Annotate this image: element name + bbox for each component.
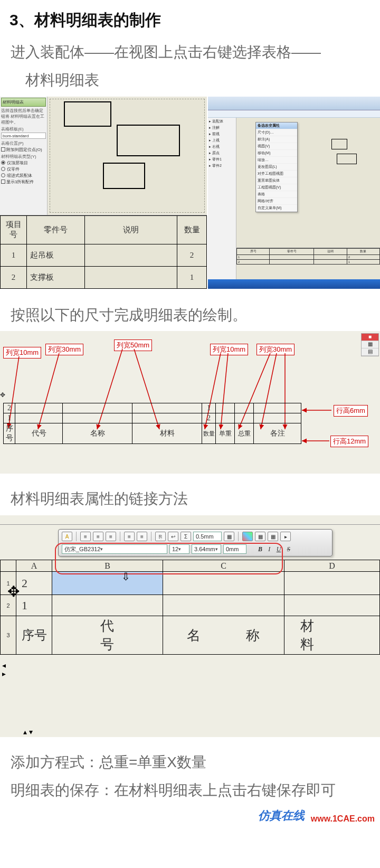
bom-cell-pn: 起吊板 — [27, 244, 85, 266]
ctx-item[interactable]: 尺寸(D)… — [256, 129, 297, 136]
tool-icon[interactable]: ▦ — [362, 341, 378, 348]
cell-b3[interactable]: 代 号 — [52, 616, 163, 655]
radio-toplevel[interactable]: 仅顶层项目 — [1, 160, 46, 166]
move-cursor-icon[interactable]: ✥ — [7, 583, 20, 600]
ctx-item[interactable]: 工程图视图(V) — [256, 184, 297, 191]
hdr-name: 名称 — [63, 423, 132, 444]
bold-button[interactable]: B — [258, 545, 262, 553]
ctx-item[interactable]: 标注(A) — [256, 136, 297, 143]
ctx-item[interactable]: 缩放… — [256, 157, 297, 164]
context-menu[interactable]: 备选改变属性 尺寸(D)… 标注(A) 视图(V) 移动(M) 缩放… 更改图层… — [255, 122, 298, 212]
cell-qty: 1 — [202, 403, 216, 413]
align-right-icon[interactable]: ≡ — [106, 532, 116, 541]
ctx-item[interactable]: 视图(V) — [256, 143, 297, 150]
pm-title: 材料明细表 — [1, 98, 46, 107]
hdr-uw: 单重 — [216, 423, 235, 444]
bom-table: 项目号 零件号 说明 数量 1 起吊板 2 2 支撑板 1 — [0, 215, 207, 289]
valign-top-icon[interactable]: ≡ — [124, 532, 135, 541]
mini-h: 数量 — [347, 248, 379, 254]
cell-b1[interactable] — [52, 572, 163, 595]
ctx-item[interactable]: 表格 — [256, 191, 297, 198]
text-icon[interactable]: A — [62, 532, 72, 541]
radio-partsonly[interactable]: 仅零件 — [1, 166, 46, 172]
formula-icon[interactable]: Σ — [180, 532, 191, 541]
radio-toplevel-label: 仅顶层项目 — [7, 160, 28, 166]
table-format-toolbar[interactable]: A ≡ ≡ ≡ ≡ ≡ ⎘ ↩ Σ 0.5mm ▦ ▦ ▦ ▸ 仿宋_GB231… — [58, 529, 332, 556]
windows-taskbar — [208, 279, 380, 289]
cell-c3[interactable]: 名 称 — [163, 616, 284, 655]
bom-cell-desc — [85, 266, 177, 288]
drawing-canvas-right[interactable]: 备选改变属性 尺寸(D)… 标注(A) 视图(V) 移动(M) 缩放… 更改图层… — [236, 118, 380, 282]
table-icon[interactable]: ▦ — [268, 532, 278, 541]
label-w30: 列宽30mm — [45, 344, 83, 355]
collapse-left-icon[interactable]: ◂▸ — [2, 661, 6, 678]
edit-bom-grid[interactable]: A B C D 1 2 2 1 3 序号 代 号 名 称 材 料 — [0, 560, 380, 655]
tool-icon[interactable]: ▤ — [362, 348, 378, 356]
bom-cell-no: 1 — [1, 244, 27, 266]
ctx-item[interactable]: 重置草图实体 — [256, 177, 297, 184]
ctx-item[interactable]: 自定义菜单(M) — [256, 205, 297, 212]
cell-a3[interactable]: 序号 — [16, 616, 52, 655]
strike-button[interactable]: S — [287, 545, 290, 553]
wrap-icon[interactable]: ↩ — [168, 532, 178, 541]
cell-a2[interactable]: 1 — [16, 595, 52, 616]
position-checkbox[interactable]: 附加到固定位点(O) — [1, 147, 46, 153]
col-d[interactable]: D — [284, 560, 380, 572]
italic-button[interactable]: I — [268, 545, 270, 553]
move-handle-icon[interactable]: ✥ — [0, 391, 5, 399]
type-label: 材料明细表类型(Y) — [1, 154, 46, 159]
more-icon[interactable]: ▸ — [280, 532, 291, 541]
hdr-mat: 材料 — [132, 423, 202, 444]
mini-h: 序号 — [237, 248, 270, 254]
align-center-icon[interactable]: ≡ — [93, 532, 103, 541]
valign-bottom-icon[interactable]: ≡ — [137, 532, 147, 541]
stop-icon[interactable]: ■ — [362, 334, 378, 341]
ctx-item[interactable]: 对齐工程图视图 — [256, 171, 297, 177]
cell-b2[interactable] — [52, 595, 163, 616]
mini-bom: 序号 零件号 说明 数量 12 21 — [236, 248, 380, 272]
ctx-item[interactable]: 移动(M) — [256, 150, 297, 157]
row-height-select[interactable]: 3.64mm — [192, 544, 221, 554]
gap-input[interactable]: 0.5mm — [193, 532, 222, 541]
grid-toggle-icon[interactable]: ▦ — [224, 532, 234, 541]
palette-icon[interactable] — [242, 532, 253, 541]
collapse-bottom-icon[interactable]: ▴ ▾ — [23, 728, 33, 736]
label-h6: 行高6mm — [334, 405, 368, 417]
label-h12: 行高12mm — [330, 436, 368, 447]
ctx-item[interactable]: 网格/对齐 — [256, 198, 297, 205]
radio-indented[interactable]: 缩进式装配体 — [1, 173, 46, 178]
cell-c2[interactable] — [163, 595, 284, 616]
figure-2: 列宽10mm 列宽30mm 列宽50mm 列宽10mm 列宽30mm 行高6mm… — [0, 331, 380, 474]
label-w10: 列宽10mm — [3, 347, 41, 358]
ctx-item[interactable]: 更改图层(L) — [256, 164, 297, 171]
font-size-select[interactable]: 12 — [169, 544, 189, 554]
feature-tree[interactable]: ▸ 装配体▸ 注解▸ 前视▸ 上视▸ 右视▸ 原点▸ 零件1▸ 零件2 — [208, 118, 236, 282]
down-arrow-icon: ⇩ — [121, 570, 130, 583]
link-icon[interactable]: ⎘ — [155, 532, 166, 541]
bom-row: 1 起吊板 2 — [1, 244, 207, 266]
cell-d3[interactable]: 材 料 — [284, 616, 380, 655]
fig1-right: ▸ 装配体▸ 注解▸ 前视▸ 上视▸ 右视▸ 原点▸ 零件1▸ 零件2 备选改变… — [208, 97, 380, 289]
offset-input[interactable]: 0mm — [223, 544, 246, 554]
drawing-canvas[interactable] — [50, 99, 205, 213]
template-input[interactable]: bom-standard — [1, 133, 46, 139]
cell-d2[interactable] — [284, 595, 380, 616]
row-3[interactable]: 3 — [1, 616, 16, 655]
corner-handle[interactable] — [1, 560, 16, 572]
label-w10-r: 列宽10mm — [210, 344, 248, 355]
underline-button[interactable]: U — [277, 545, 281, 553]
hdr-tw: 总重 — [235, 423, 254, 444]
font-family-select[interactable]: 仿宋_GB2312 — [62, 544, 167, 554]
cell-a1[interactable]: 2 — [16, 572, 52, 595]
col-c[interactable]: C — [163, 560, 284, 572]
figure-1: 材料明细表 选择连接然后单击确定钮将 材料明细表置在工程图中。 表格模板(E) … — [0, 97, 380, 289]
align-left-icon[interactable]: ≡ — [80, 532, 91, 541]
cfg-checkbox[interactable]: 显示3所有配件 — [1, 179, 46, 185]
cfg-label: 显示3所有配件 — [6, 180, 34, 184]
cell-d1[interactable] — [284, 572, 380, 595]
intro-line-2: 材料明细表 — [11, 69, 369, 92]
col-a[interactable]: A — [16, 560, 52, 572]
col-b[interactable]: B — [52, 560, 163, 572]
cell-color-icon[interactable]: ▦ — [255, 532, 265, 541]
cell-c1[interactable] — [163, 572, 284, 595]
